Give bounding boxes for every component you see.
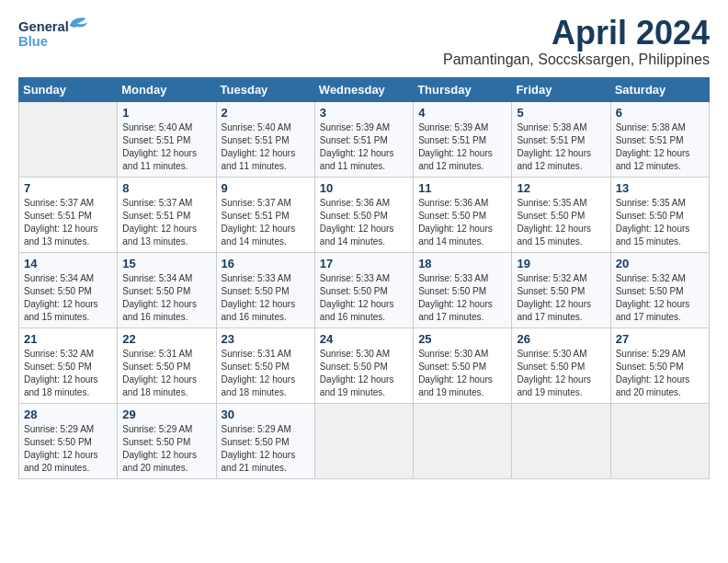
table-cell: 17Sunrise: 5:33 AM Sunset: 5:50 PM Dayli… (314, 252, 413, 327)
table-cell (19, 101, 118, 177)
table-cell: 21Sunrise: 5:32 AM Sunset: 5:50 PM Dayli… (19, 327, 118, 403)
day-info: Sunrise: 5:29 AM Sunset: 5:50 PM Dayligh… (616, 348, 704, 399)
title-block: April 2024 Pamantingan, Soccsksargen, Ph… (443, 15, 710, 68)
week-row-2: 7Sunrise: 5:37 AM Sunset: 5:51 PM Daylig… (19, 177, 710, 252)
week-row-3: 14Sunrise: 5:34 AM Sunset: 5:50 PM Dayli… (19, 252, 710, 327)
calendar-table: SundayMondayTuesdayWednesdayThursdayFrid… (18, 77, 710, 479)
day-number: 22 (122, 332, 210, 346)
table-cell: 5Sunrise: 5:38 AM Sunset: 5:51 PM Daylig… (512, 101, 610, 177)
day-number: 25 (418, 332, 506, 346)
table-cell: 27Sunrise: 5:29 AM Sunset: 5:50 PM Dayli… (610, 327, 709, 403)
table-cell (414, 403, 512, 478)
day-number: 30 (222, 408, 310, 421)
day-info: Sunrise: 5:33 AM Sunset: 5:50 PM Dayligh… (418, 272, 506, 324)
table-cell: 20Sunrise: 5:32 AM Sunset: 5:50 PM Dayli… (610, 252, 709, 327)
day-number: 24 (320, 332, 408, 346)
weekday-header-row: SundayMondayTuesdayWednesdayThursdayFrid… (19, 77, 710, 101)
weekday-header-thursday: Thursday (414, 77, 512, 101)
table-cell: 6Sunrise: 5:38 AM Sunset: 5:51 PM Daylig… (610, 101, 709, 177)
logo-svg: General Blue (18, 15, 101, 56)
day-number: 8 (122, 181, 210, 195)
day-number: 9 (222, 181, 310, 195)
weekday-header-saturday: Saturday (610, 77, 709, 101)
day-number: 29 (122, 408, 210, 421)
day-info: Sunrise: 5:29 AM Sunset: 5:50 PM Dayligh… (24, 423, 112, 475)
day-info: Sunrise: 5:32 AM Sunset: 5:50 PM Dayligh… (616, 272, 704, 324)
day-number: 18 (418, 257, 506, 270)
day-number: 20 (616, 257, 704, 270)
table-cell: 12Sunrise: 5:35 AM Sunset: 5:50 PM Dayli… (512, 177, 610, 252)
table-cell: 18Sunrise: 5:33 AM Sunset: 5:50 PM Dayli… (414, 252, 512, 327)
table-cell: 10Sunrise: 5:36 AM Sunset: 5:50 PM Dayli… (314, 177, 413, 252)
day-info: Sunrise: 5:33 AM Sunset: 5:50 PM Dayligh… (320, 272, 408, 324)
day-info: Sunrise: 5:37 AM Sunset: 5:51 PM Dayligh… (122, 197, 210, 248)
day-info: Sunrise: 5:34 AM Sunset: 5:50 PM Dayligh… (24, 272, 112, 324)
weekday-header-wednesday: Wednesday (314, 77, 413, 101)
table-cell: 14Sunrise: 5:34 AM Sunset: 5:50 PM Dayli… (19, 252, 118, 327)
table-cell: 28Sunrise: 5:29 AM Sunset: 5:50 PM Dayli… (19, 403, 118, 478)
weekday-header-sunday: Sunday (19, 77, 118, 101)
day-info: Sunrise: 5:35 AM Sunset: 5:50 PM Dayligh… (517, 197, 605, 248)
svg-text:General: General (18, 19, 69, 34)
day-info: Sunrise: 5:38 AM Sunset: 5:51 PM Dayligh… (517, 121, 605, 173)
day-number: 12 (517, 181, 605, 195)
day-number: 26 (517, 332, 605, 346)
day-info: Sunrise: 5:29 AM Sunset: 5:50 PM Dayligh… (122, 423, 210, 475)
day-info: Sunrise: 5:40 AM Sunset: 5:51 PM Dayligh… (222, 121, 310, 173)
table-cell: 30Sunrise: 5:29 AM Sunset: 5:50 PM Dayli… (216, 403, 314, 478)
page-header: General Blue April 2024 Pamantingan, Soc… (18, 15, 710, 68)
day-number: 4 (418, 106, 506, 120)
table-cell (314, 403, 413, 478)
week-row-5: 28Sunrise: 5:29 AM Sunset: 5:50 PM Dayli… (19, 403, 710, 478)
day-number: 11 (418, 181, 506, 195)
table-cell: 22Sunrise: 5:31 AM Sunset: 5:50 PM Dayli… (118, 327, 216, 403)
day-info: Sunrise: 5:30 AM Sunset: 5:50 PM Dayligh… (320, 348, 408, 399)
table-cell: 1Sunrise: 5:40 AM Sunset: 5:51 PM Daylig… (118, 101, 216, 177)
table-cell: 7Sunrise: 5:37 AM Sunset: 5:51 PM Daylig… (19, 177, 118, 252)
day-info: Sunrise: 5:30 AM Sunset: 5:50 PM Dayligh… (418, 348, 506, 399)
table-cell: 2Sunrise: 5:40 AM Sunset: 5:51 PM Daylig… (216, 101, 314, 177)
day-info: Sunrise: 5:37 AM Sunset: 5:51 PM Dayligh… (24, 197, 112, 248)
day-number: 16 (222, 257, 310, 270)
week-row-4: 21Sunrise: 5:32 AM Sunset: 5:50 PM Dayli… (19, 327, 710, 403)
day-number: 17 (320, 257, 408, 270)
day-number: 10 (320, 181, 408, 195)
day-info: Sunrise: 5:32 AM Sunset: 5:50 PM Dayligh… (24, 348, 112, 399)
month-title: April 2024 (443, 15, 710, 52)
day-info: Sunrise: 5:35 AM Sunset: 5:50 PM Dayligh… (616, 197, 704, 248)
day-number: 7 (24, 181, 112, 195)
day-info: Sunrise: 5:38 AM Sunset: 5:51 PM Dayligh… (616, 121, 704, 173)
day-number: 19 (517, 257, 605, 270)
table-cell: 16Sunrise: 5:33 AM Sunset: 5:50 PM Dayli… (216, 252, 314, 327)
day-info: Sunrise: 5:31 AM Sunset: 5:50 PM Dayligh… (222, 348, 310, 399)
day-info: Sunrise: 5:33 AM Sunset: 5:50 PM Dayligh… (222, 272, 310, 324)
day-number: 13 (616, 181, 704, 195)
day-info: Sunrise: 5:34 AM Sunset: 5:50 PM Dayligh… (122, 272, 210, 324)
table-cell: 4Sunrise: 5:39 AM Sunset: 5:51 PM Daylig… (414, 101, 512, 177)
location-title: Pamantingan, Soccsksargen, Philippines (443, 52, 710, 68)
table-cell (610, 403, 709, 478)
day-info: Sunrise: 5:30 AM Sunset: 5:50 PM Dayligh… (517, 348, 605, 399)
weekday-header-monday: Monday (118, 77, 216, 101)
day-number: 27 (616, 332, 704, 346)
day-info: Sunrise: 5:39 AM Sunset: 5:51 PM Dayligh… (320, 121, 408, 173)
day-number: 23 (222, 332, 310, 346)
day-number: 15 (122, 257, 210, 270)
table-cell: 8Sunrise: 5:37 AM Sunset: 5:51 PM Daylig… (118, 177, 216, 252)
day-info: Sunrise: 5:29 AM Sunset: 5:50 PM Dayligh… (222, 423, 310, 475)
day-info: Sunrise: 5:40 AM Sunset: 5:51 PM Dayligh… (122, 121, 210, 173)
day-number: 2 (222, 106, 310, 120)
table-cell (512, 403, 610, 478)
day-info: Sunrise: 5:36 AM Sunset: 5:50 PM Dayligh… (418, 197, 506, 248)
table-cell: 19Sunrise: 5:32 AM Sunset: 5:50 PM Dayli… (512, 252, 610, 327)
table-cell: 15Sunrise: 5:34 AM Sunset: 5:50 PM Dayli… (118, 252, 216, 327)
day-number: 28 (24, 408, 112, 421)
table-cell: 13Sunrise: 5:35 AM Sunset: 5:50 PM Dayli… (610, 177, 709, 252)
table-cell: 29Sunrise: 5:29 AM Sunset: 5:50 PM Dayli… (118, 403, 216, 478)
week-row-1: 1Sunrise: 5:40 AM Sunset: 5:51 PM Daylig… (19, 101, 710, 177)
day-info: Sunrise: 5:36 AM Sunset: 5:50 PM Dayligh… (320, 197, 408, 248)
day-number: 14 (24, 257, 112, 270)
weekday-header-tuesday: Tuesday (216, 77, 314, 101)
day-info: Sunrise: 5:37 AM Sunset: 5:51 PM Dayligh… (222, 197, 310, 248)
table-cell: 25Sunrise: 5:30 AM Sunset: 5:50 PM Dayli… (414, 327, 512, 403)
